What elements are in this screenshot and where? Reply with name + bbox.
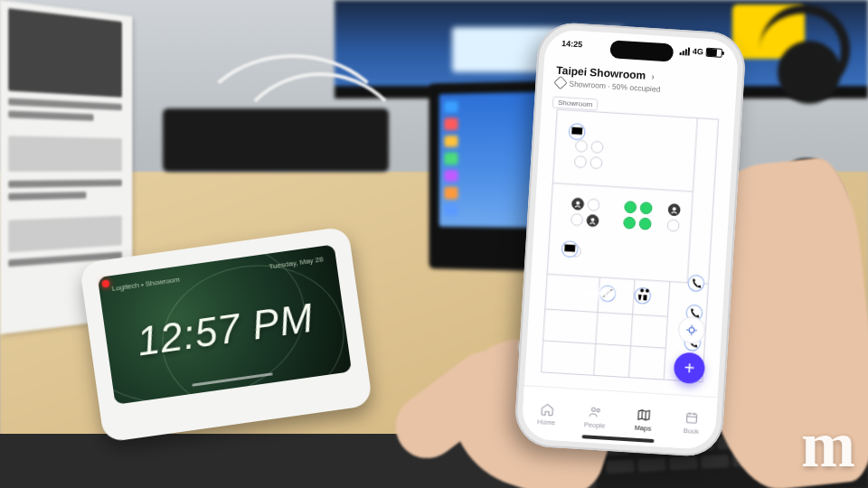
- book-icon: [684, 410, 700, 426]
- svg-line-27: [646, 411, 646, 419]
- seat-marker[interactable]: [590, 157, 602, 169]
- amenity-stairs[interactable]: [599, 286, 617, 303]
- info-board-photo: [8, 216, 122, 253]
- svg-line-1: [547, 274, 708, 284]
- svg-point-19: [689, 327, 694, 333]
- seat-marker[interactable]: [591, 141, 603, 153]
- smartphone: 14:25 4G Taipei Showroom › Showroom · 50…: [514, 21, 747, 457]
- floor-icon: [553, 76, 568, 90]
- seat-marker[interactable]: [623, 217, 635, 229]
- seat-marker[interactable]: [640, 202, 652, 214]
- headphones: [741, 0, 859, 127]
- tab-label: Home: [537, 418, 556, 427]
- svg-line-3: [628, 279, 635, 378]
- svg-line-4: [664, 282, 670, 380]
- plus-icon: +: [684, 357, 695, 379]
- seat-marker[interactable]: [667, 220, 679, 231]
- seat-marker[interactable]: [625, 202, 637, 213]
- tab-label: Maps: [635, 423, 652, 432]
- carrier-label: 4G: [693, 47, 704, 57]
- svg-rect-28: [687, 413, 697, 423]
- info-board-text: [8, 98, 122, 110]
- svg-line-29: [687, 416, 697, 417]
- maps-icon: [636, 407, 651, 422]
- home-icon: [540, 401, 555, 417]
- svg-point-16: [688, 275, 705, 292]
- info-board-photo: [8, 8, 122, 98]
- signal-icon: [680, 46, 691, 55]
- amenity-display[interactable]: [569, 124, 586, 141]
- svg-line-6: [543, 341, 666, 348]
- amenity-phone[interactable]: [688, 275, 705, 292]
- laptop-dock-icons: [444, 101, 459, 217]
- floor-map[interactable]: [532, 92, 728, 395]
- tab-label: People: [584, 420, 606, 429]
- tab-label: Book: [684, 426, 700, 435]
- info-board-text: [8, 110, 93, 120]
- info-board-photo: [8, 136, 122, 172]
- seat-marker[interactable]: [574, 155, 586, 167]
- svg-line-5: [545, 309, 668, 316]
- info-board-text: [8, 192, 86, 201]
- amenity-display[interactable]: [561, 240, 579, 258]
- chevron-right-icon: ›: [651, 71, 655, 81]
- seat-marker[interactable]: [588, 199, 599, 211]
- info-board-text: [8, 180, 122, 188]
- seat-marker[interactable]: [571, 213, 582, 225]
- photo-scene: Logitech • Showroom Tuesday, May 28 12:5…: [0, 0, 868, 488]
- status-time: 14:25: [561, 39, 583, 49]
- people-icon: [588, 404, 603, 419]
- phone-screen: 14:25 4G Taipei Showroom › Showroom · 50…: [521, 29, 739, 450]
- svg-line-26: [642, 409, 643, 418]
- svg-line-7: [687, 118, 697, 283]
- amenity-restroom[interactable]: [634, 287, 651, 305]
- desk-booking-tablet: Logitech • Showroom Tuesday, May 28 12:5…: [80, 226, 373, 443]
- battery-icon: [706, 48, 723, 58]
- svg-line-8: [552, 183, 693, 192]
- seat-marker[interactable]: [639, 218, 651, 230]
- svg-point-24: [592, 408, 596, 411]
- watermark: m: [801, 408, 855, 483]
- booking-app: Taipei Showroom › Showroom · 50% occupie…: [521, 60, 737, 450]
- svg-point-25: [597, 408, 599, 411]
- svg-line-2: [594, 277, 600, 376]
- seat-marker[interactable]: [575, 140, 587, 152]
- locate-icon: [685, 324, 699, 337]
- floor-map-svg: [532, 92, 728, 395]
